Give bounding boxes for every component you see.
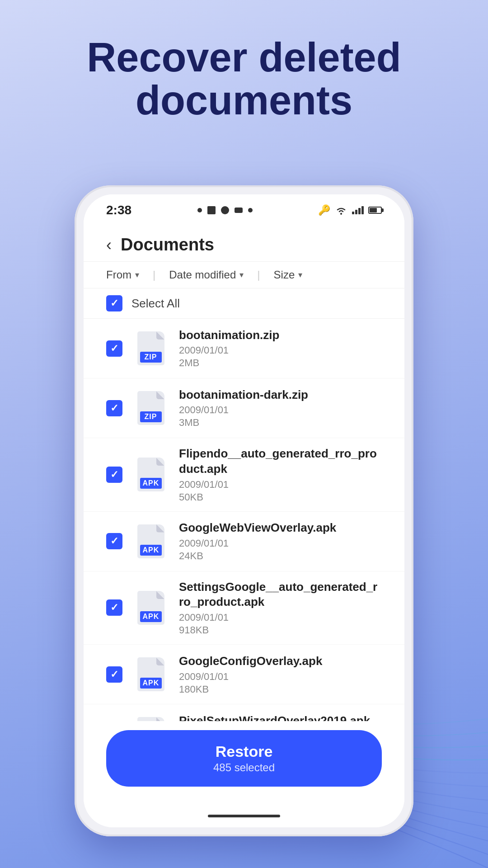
- restore-button-label: Restore: [216, 743, 273, 760]
- battery-icon: [368, 207, 382, 214]
- file-icon-corner: [156, 717, 164, 721]
- list-item[interactable]: APK PixelSetupWizardOverlay2019.apk 2009…: [84, 704, 404, 721]
- file-size-2: 50KB: [179, 491, 382, 503]
- file-date-2: 2009/01/01: [179, 479, 382, 491]
- file-type-badge-4: APK: [140, 611, 162, 622]
- file-type-badge-3: APK: [140, 545, 162, 556]
- file-info-6: PixelSetupWizardOverlay2019.apk 2009/01/…: [179, 713, 382, 721]
- app-header: ‹ Documents: [84, 226, 404, 262]
- file-checkbox-3[interactable]: [106, 533, 122, 549]
- select-all-checkbox[interactable]: [106, 295, 122, 311]
- list-item[interactable]: APK GoogleConfigOverlay.apk 2009/01/01 1…: [84, 645, 404, 704]
- status-icon-5: [248, 208, 253, 212]
- file-icon-4: APK: [137, 591, 164, 625]
- file-checkbox-0[interactable]: [106, 340, 122, 357]
- file-name-5: GoogleConfigOverlay.apk: [179, 654, 382, 669]
- status-icons: [197, 206, 253, 214]
- file-name-4: SettingsGoogle__auto_generated_rro_produ…: [179, 580, 382, 610]
- list-item[interactable]: APK GoogleWebViewOverlay.apk 2009/01/01 …: [84, 512, 404, 571]
- file-icon-corner: [156, 591, 164, 599]
- file-icon-0: ZIP: [137, 331, 164, 365]
- file-icon-wrap-6: APK: [131, 712, 170, 721]
- file-name-3: GoogleWebViewOverlay.apk: [179, 520, 382, 536]
- status-icon-1: [197, 208, 202, 212]
- filter-size-label: Size: [274, 269, 295, 281]
- status-icon-2: [207, 206, 216, 214]
- filter-date-label: Date modified: [169, 269, 236, 281]
- file-info-5: GoogleConfigOverlay.apk 2009/01/01 180KB: [179, 654, 382, 695]
- file-icon-5: APK: [137, 657, 164, 691]
- file-info-4: SettingsGoogle__auto_generated_rro_produ…: [179, 580, 382, 637]
- filter-from-chevron: ▾: [135, 270, 139, 280]
- filter-from[interactable]: From ▾: [106, 269, 139, 281]
- filter-size[interactable]: Size ▾: [274, 269, 303, 281]
- file-name-6: PixelSetupWizardOverlay2019.apk: [179, 713, 382, 721]
- file-icon-corner: [156, 524, 164, 533]
- file-checkbox-4[interactable]: [106, 599, 122, 616]
- file-size-4: 918KB: [179, 624, 382, 636]
- list-item[interactable]: ZIP bootanimation-dark.zip 2009/01/01 3M…: [84, 378, 404, 438]
- file-icon-2: APK: [137, 458, 164, 491]
- file-date-1: 2009/01/01: [179, 404, 382, 416]
- file-icon-corner: [156, 458, 164, 466]
- wifi-icon: [335, 205, 347, 215]
- status-bar: 2:38 🔑: [84, 194, 404, 226]
- page-title: Recover deleted documents: [0, 36, 488, 122]
- file-checkbox-5[interactable]: [106, 666, 122, 683]
- filter-divider-2: |: [257, 269, 260, 281]
- file-checkbox-1[interactable]: [106, 400, 122, 416]
- file-icon-wrap-1: ZIP: [131, 387, 170, 429]
- file-icon-corner: [156, 331, 164, 340]
- file-icon-3: APK: [137, 524, 164, 558]
- key-icon: 🔑: [318, 204, 330, 216]
- right-status-icons: 🔑: [318, 204, 382, 216]
- file-size-5: 180KB: [179, 684, 382, 695]
- file-icon-wrap-3: APK: [131, 520, 170, 563]
- file-icon-1: ZIP: [137, 391, 164, 425]
- list-item[interactable]: APK SettingsGoogle__auto_generated_rro_p…: [84, 571, 404, 645]
- file-checkbox-2[interactable]: [106, 467, 122, 483]
- filter-size-chevron: ▾: [298, 270, 302, 280]
- file-icon-wrap-2: APK: [131, 453, 170, 496]
- restore-button[interactable]: Restore 485 selected: [106, 730, 382, 787]
- file-list: ZIP bootanimation.zip 2009/01/01 2MB ZIP: [84, 319, 404, 721]
- status-icon-3: [221, 206, 229, 214]
- file-name-1: bootanimation-dark.zip: [179, 387, 382, 403]
- file-type-badge-5: APK: [140, 678, 162, 689]
- filter-date-chevron: ▾: [239, 270, 244, 280]
- phone-screen: 2:38 🔑: [84, 194, 404, 827]
- file-type-badge-0: ZIP: [140, 352, 162, 363]
- restore-button-sub: 485 selected: [213, 761, 275, 774]
- back-button[interactable]: ‹: [106, 236, 112, 255]
- file-icon-wrap-0: ZIP: [131, 327, 170, 370]
- file-info-0: bootanimation.zip 2009/01/01 2MB: [179, 328, 382, 369]
- file-icon-corner: [156, 391, 164, 399]
- filter-date[interactable]: Date modified ▾: [169, 269, 244, 281]
- file-icon-wrap-4: APK: [131, 586, 170, 629]
- file-icon-wrap-5: APK: [131, 653, 170, 696]
- file-date-3: 2009/01/01: [179, 538, 382, 549]
- file-info-2: Flipendo__auto_generated_rro_product.apk…: [179, 446, 382, 503]
- file-name-2: Flipendo__auto_generated_rro_product.apk: [179, 446, 382, 477]
- signal-icon: [352, 206, 364, 214]
- svg-point-0: [340, 213, 342, 215]
- phone-mockup: 2:38 🔑: [75, 185, 413, 836]
- select-all-row[interactable]: Select All: [84, 288, 404, 319]
- list-item[interactable]: ZIP bootanimation.zip 2009/01/01 2MB: [84, 319, 404, 378]
- file-type-badge-2: APK: [140, 478, 162, 489]
- file-info-1: bootanimation-dark.zip 2009/01/01 3MB: [179, 387, 382, 429]
- file-date-5: 2009/01/01: [179, 671, 382, 683]
- file-icon-6: APK: [137, 717, 164, 721]
- file-icon-corner: [156, 657, 164, 665]
- file-info-3: GoogleWebViewOverlay.apk 2009/01/01 24KB: [179, 520, 382, 562]
- status-time: 2:38: [106, 203, 131, 217]
- list-item[interactable]: APK Flipendo__auto_generated_rro_product…: [84, 438, 404, 512]
- home-indicator: [84, 805, 404, 827]
- filter-divider-1: |: [153, 269, 155, 281]
- file-date-4: 2009/01/01: [179, 612, 382, 623]
- filter-from-label: From: [106, 269, 131, 281]
- file-size-0: 2MB: [179, 357, 382, 369]
- file-type-badge-1: ZIP: [140, 411, 162, 422]
- file-size-1: 3MB: [179, 417, 382, 429]
- file-date-0: 2009/01/01: [179, 344, 382, 356]
